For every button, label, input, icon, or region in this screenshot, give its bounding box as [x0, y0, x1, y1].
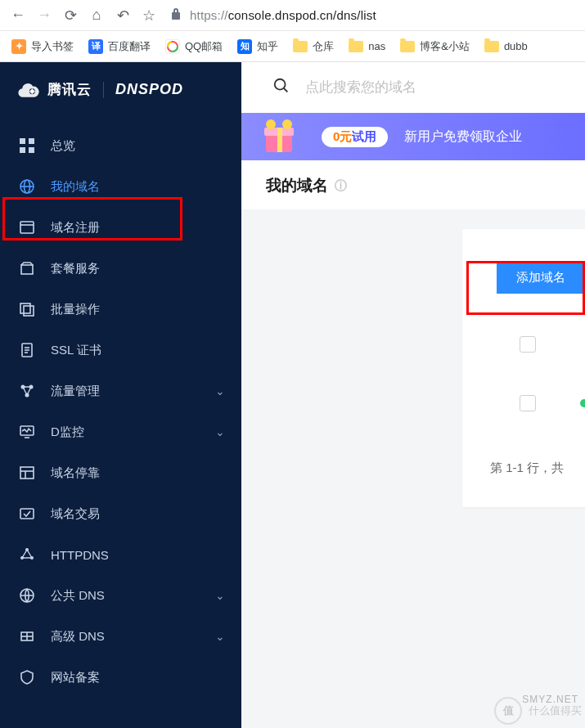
banner-text: 新用户免费领取企业: [404, 128, 522, 146]
sidebar-item-advdns[interactable]: 高级 DNS⌄: [0, 616, 241, 657]
bookmarks-bar: ✦导入书签译百度翻译QQ邮箱知知乎仓库nas博客&小站dubb: [0, 31, 585, 62]
sidebar-item-beian[interactable]: 网站备案: [0, 657, 241, 698]
sidebar-item-overview[interactable]: 总览: [0, 125, 241, 166]
home-button[interactable]: ⌂: [85, 4, 108, 27]
panel-icon: [18, 464, 36, 482]
bookmark-label: 博客&小站: [420, 39, 470, 54]
sidebar-item-label: 域名交易: [51, 506, 100, 522]
main-content: 0元试用 新用户免费领取企业 我的域名 ⓘ 添加域名 第 1-1 行，共: [241, 62, 585, 728]
bookmark-label: 仓库: [313, 39, 334, 54]
sidebar-item-httpdns[interactable]: HTTPDNS: [0, 534, 241, 575]
bookmark-favicon-icon: 译: [88, 39, 103, 54]
bookmark-item[interactable]: nas: [344, 37, 390, 56]
sidebar-item-label: 我的域名: [51, 179, 100, 195]
brand-header[interactable]: 腾讯云 DNSPOD: [0, 62, 241, 117]
folder-icon: [400, 41, 415, 52]
sidebar-item-label: 域名注册: [51, 220, 100, 236]
reload-button[interactable]: ⟳: [59, 4, 82, 27]
url-text: https://console.dnspod.cn/dns/list: [190, 8, 376, 22]
back-button[interactable]: ←: [7, 4, 29, 27]
sidebar-item-trade[interactable]: 域名交易: [0, 493, 241, 534]
sidebar-item-batch[interactable]: 批量操作: [0, 289, 241, 330]
sidebar-item-dmonitor[interactable]: D监控⌄: [0, 411, 241, 452]
sidebar-item-traffic[interactable]: 流量管理⌄: [0, 371, 241, 411]
promo-banner[interactable]: 0元试用 新用户免费领取企业: [241, 113, 585, 160]
shield-icon: [18, 668, 36, 686]
bookmark-item[interactable]: 博客&小站: [395, 36, 475, 57]
bookmark-label: 知乎: [257, 39, 278, 54]
svg-rect-5: [29, 138, 34, 144]
sidebar-item-label: 高级 DNS: [51, 629, 105, 645]
address-bar[interactable]: https://console.dnspod.cn/dns/list: [170, 7, 578, 24]
sidebar-item-label: 批量操作: [51, 302, 100, 317]
svg-rect-4: [20, 138, 25, 144]
add-domain-button[interactable]: 添加域名: [497, 262, 585, 294]
search-bar: [241, 62, 585, 113]
bookmark-favicon-icon: 知: [237, 39, 252, 54]
row-checkbox[interactable]: [520, 395, 536, 411]
dots-icon: [18, 546, 36, 564]
sidebar-menu: 总览我的域名域名注册套餐服务批量操作SSL 证书流量管理⌄D监控⌄域名停靠域名交…: [0, 117, 241, 698]
globe-icon: [18, 178, 36, 195]
window-icon: [18, 218, 36, 236]
trade-icon: [18, 505, 36, 523]
nodes-icon: [18, 382, 36, 400]
sidebar-item-plans[interactable]: 套餐服务: [0, 248, 241, 289]
app-container: 腾讯云 DNSPOD 总览我的域名域名注册套餐服务批量操作SSL 证书流量管理⌄…: [0, 62, 585, 728]
sidebar-item-ssl[interactable]: SSL 证书: [0, 330, 241, 371]
sidebar-item-label: 域名停靠: [51, 465, 100, 481]
brand-dnspod-label: DNSPOD: [115, 81, 183, 98]
adv-icon: [18, 627, 36, 645]
bookmark-item[interactable]: 仓库: [288, 36, 339, 57]
chevron-down-icon: ⌄: [215, 425, 225, 438]
watermark-text: 什么值得买: [529, 703, 582, 718]
undo-button[interactable]: ↶: [111, 4, 134, 27]
star-button[interactable]: ☆: [137, 4, 160, 27]
forward-button[interactable]: →: [33, 4, 56, 27]
bookmark-favicon-icon: [165, 39, 180, 54]
bookmark-label: dubb: [504, 40, 528, 52]
svg-line-37: [284, 88, 288, 92]
select-all-checkbox[interactable]: [520, 336, 536, 353]
info-icon[interactable]: ⓘ: [335, 178, 347, 194]
page-title: 我的域名: [266, 175, 328, 196]
folder-icon: [293, 41, 308, 52]
sidebar-item-label: SSL 证书: [51, 343, 101, 358]
bookmark-item[interactable]: dubb: [479, 37, 533, 56]
sidebar-item-label: 套餐服务: [51, 261, 100, 276]
sidebar-item-publicdns[interactable]: 公共 DNS⌄: [0, 575, 241, 616]
watermark: 值 什么值得买: [494, 697, 582, 725]
svg-point-36: [275, 79, 286, 90]
folder-icon: [484, 41, 499, 52]
bookmark-item[interactable]: QQ邮箱: [160, 36, 227, 57]
bookmark-item[interactable]: 知知乎: [232, 36, 283, 57]
brand-divider: [103, 82, 104, 98]
package-icon: [18, 259, 36, 277]
svg-rect-11: [20, 222, 34, 233]
svg-rect-7: [29, 147, 34, 153]
svg-point-42: [282, 119, 292, 129]
bookmark-item[interactable]: 译百度翻译: [83, 36, 155, 57]
sidebar-item-my-domains[interactable]: 我的域名: [0, 166, 241, 207]
sidebar-item-label: 公共 DNS: [51, 588, 105, 604]
svg-point-41: [266, 119, 276, 129]
browser-nav-bar: ← → ⟳ ⌂ ↶ ☆ https://console.dnspod.cn/dn…: [0, 0, 585, 31]
sidebar-item-label: 总览: [51, 138, 75, 154]
stack-icon: [18, 300, 36, 318]
world-icon: [18, 586, 36, 604]
bookmark-item[interactable]: ✦导入书签: [7, 36, 79, 57]
table-row[interactable]: [520, 395, 585, 411]
svg-rect-28: [20, 509, 34, 519]
sidebar-item-parking[interactable]: 域名停靠: [0, 452, 241, 493]
lock-icon: [170, 7, 182, 24]
page-title-row: 我的域名 ⓘ: [241, 160, 585, 209]
bookmark-label: 导入书签: [31, 39, 74, 54]
svg-rect-14: [20, 303, 30, 313]
banner-pill: 0元试用: [322, 127, 388, 147]
chevron-down-icon: ⌄: [215, 384, 225, 398]
search-input[interactable]: [305, 79, 580, 96]
sidebar-item-register[interactable]: 域名注册: [0, 207, 241, 248]
chevron-down-icon: ⌄: [215, 630, 225, 643]
svg-rect-25: [20, 467, 34, 479]
bookmark-label: 百度翻译: [108, 39, 151, 54]
